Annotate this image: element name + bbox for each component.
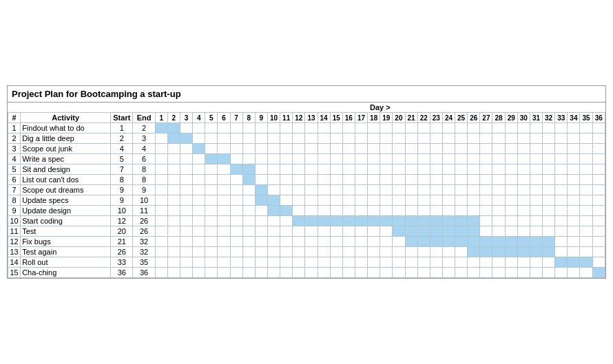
day-cell-5-9 [255, 164, 267, 175]
day-cell-15-5 [205, 268, 218, 278]
day-header-11: 11 [280, 113, 293, 123]
day-cell-7-34 [568, 185, 580, 195]
day-cell-7-1 [155, 185, 167, 195]
day-cell-11-3 [180, 226, 192, 237]
day-cell-1-34 [568, 123, 580, 133]
col-header-end: End [133, 113, 155, 123]
day-cell-14-7 [230, 257, 242, 268]
day-cell-7-19 [380, 185, 393, 195]
day-cell-15-17 [355, 268, 367, 278]
row-num: 14 [8, 257, 21, 268]
col-header-activity: Activity [21, 113, 111, 123]
row-num: 12 [8, 237, 21, 247]
day-cell-6-35 [580, 175, 592, 185]
day-cell-7-4 [193, 185, 205, 195]
day-header-13: 13 [305, 113, 318, 123]
day-cell-10-17 [355, 216, 367, 226]
day-cell-13-8 [242, 247, 255, 257]
day-cell-12-30 [517, 237, 530, 247]
day-cell-1-11 [280, 123, 293, 133]
day-cell-12-31 [530, 237, 542, 247]
day-cell-8-34 [568, 195, 580, 206]
day-cell-11-19 [380, 226, 393, 237]
day-cell-11-12 [293, 226, 305, 237]
row-start: 21 [111, 237, 133, 247]
day-cell-11-32 [543, 226, 555, 237]
day-cell-8-7 [230, 195, 242, 206]
day-cell-13-36 [592, 247, 605, 257]
day-cell-15-4 [193, 268, 205, 278]
day-cell-14-36 [592, 257, 605, 268]
day-cell-7-35 [580, 185, 592, 195]
day-cell-4-1 [155, 154, 167, 164]
day-cell-4-16 [342, 154, 355, 164]
day-cell-6-29 [505, 175, 517, 185]
day-cell-9-1 [155, 206, 167, 216]
day-cell-8-24 [442, 195, 455, 206]
day-header-21: 21 [405, 113, 417, 123]
day-header-7: 7 [230, 113, 242, 123]
day-cell-2-18 [368, 133, 380, 144]
day-cell-3-28 [492, 144, 505, 154]
day-cell-14-11 [280, 257, 293, 268]
day-cell-10-2 [167, 216, 180, 226]
day-cell-13-4 [193, 247, 205, 257]
day-cell-10-7 [230, 216, 242, 226]
day-cell-6-15 [330, 175, 342, 185]
day-cell-10-26 [468, 216, 480, 226]
row-start: 26 [111, 247, 133, 257]
day-cell-3-5 [205, 144, 218, 154]
day-cell-15-30 [517, 268, 530, 278]
day-cell-5-2 [167, 164, 180, 175]
row-start: 9 [111, 195, 133, 206]
day-cell-8-30 [517, 195, 530, 206]
day-cell-5-24 [442, 164, 455, 175]
day-cell-5-26 [468, 164, 480, 175]
day-cell-15-35 [580, 268, 592, 278]
day-cell-7-14 [318, 185, 330, 195]
day-cell-1-33 [555, 123, 568, 133]
day-cell-13-34 [568, 247, 580, 257]
day-cell-12-6 [218, 237, 230, 247]
day-cell-4-35 [580, 154, 592, 164]
row-start: 10 [111, 206, 133, 216]
day-cell-4-21 [405, 154, 417, 164]
day-cell-8-22 [417, 195, 430, 206]
day-cell-8-32 [543, 195, 555, 206]
day-cell-7-15 [330, 185, 342, 195]
day-cell-3-2 [167, 144, 180, 154]
day-cell-5-13 [305, 164, 318, 175]
day-cell-10-31 [530, 216, 542, 226]
day-cell-11-26 [468, 226, 480, 237]
column-header-row: # Activity Start End 1234567891011121314… [8, 113, 605, 123]
row-start: 20 [111, 226, 133, 237]
day-header-33: 33 [555, 113, 568, 123]
day-cell-12-8 [242, 237, 255, 247]
day-cell-8-9 [255, 195, 267, 206]
day-cell-4-36 [592, 154, 605, 164]
day-cell-1-31 [530, 123, 542, 133]
day-cell-10-12 [293, 216, 305, 226]
day-cell-12-33 [555, 237, 568, 247]
day-cell-8-17 [355, 195, 367, 206]
row-num: 5 [8, 164, 21, 175]
day-cell-13-6 [218, 247, 230, 257]
day-cell-14-10 [267, 257, 280, 268]
table-row: 15Cha-ching3636 [8, 268, 605, 278]
day-cell-7-31 [530, 185, 542, 195]
day-cell-8-19 [380, 195, 393, 206]
day-cell-5-32 [543, 164, 555, 175]
day-cell-3-26 [468, 144, 480, 154]
day-cell-10-24 [442, 216, 455, 226]
day-cell-13-2 [167, 247, 180, 257]
day-cell-11-21 [405, 226, 417, 237]
day-cell-4-33 [555, 154, 568, 164]
day-cell-14-15 [330, 257, 342, 268]
day-cell-4-2 [167, 154, 180, 164]
day-cell-15-3 [180, 268, 192, 278]
day-header-10: 10 [267, 113, 280, 123]
row-end: 6 [133, 154, 155, 164]
day-cell-13-30 [517, 247, 530, 257]
day-cell-14-5 [205, 257, 218, 268]
day-cell-1-24 [442, 123, 455, 133]
